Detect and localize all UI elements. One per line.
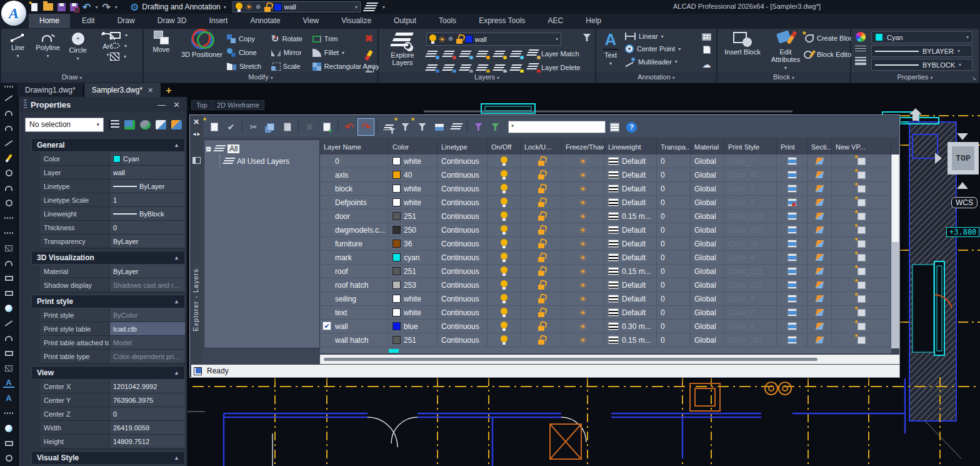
revision-cloud-icon[interactable] — [3, 258, 14, 268]
layer-row-0[interactable]: 0whiteContinuous☀Default0GlobalColor_7 — [320, 154, 891, 168]
layer-newvp-cell[interactable] — [832, 223, 891, 236]
layer-lock-toggle[interactable] — [521, 168, 562, 181]
property-value[interactable]: ByLayer — [110, 235, 185, 248]
layer-onoff-toggle[interactable] — [488, 168, 521, 181]
layer-linetype-cell[interactable]: Continuous — [438, 182, 488, 195]
column-header-new-vp[interactable]: New VP... — [832, 139, 891, 154]
table-vertical-scrollbar[interactable] — [891, 154, 899, 348]
save-as-icon[interactable] — [70, 3, 78, 11]
layer-freeze-toggle[interactable]: ☀ — [562, 333, 604, 347]
explore-layers-button[interactable]: Explore Layers — [382, 31, 423, 66]
layer-transparency-cell[interactable]: 0 — [657, 306, 691, 319]
block-button-insert-block[interactable]: Insert Block — [722, 31, 762, 56]
layer-freeze-toggle[interactable]: ☀ — [562, 278, 604, 291]
block-tool-create-block[interactable]: Create Block — [804, 34, 856, 43]
block-tool-block-editor[interactable]: Block Editor — [804, 50, 856, 59]
panel-draw-label[interactable]: Draw▾ — [1, 73, 142, 83]
layer-printstyle-cell[interactable]: Color_7 — [724, 182, 777, 195]
layer-material-cell[interactable]: Global — [691, 154, 724, 168]
layer-search-input[interactable] — [508, 121, 606, 133]
layer-printstyle-cell[interactable]: Color_36 — [724, 237, 777, 250]
layer-linetype-cell[interactable]: Continuous — [438, 265, 488, 278]
titlebar-layer-sun-icon[interactable]: ☀ — [245, 3, 253, 11]
dialog-pin-icon[interactable]: ◄► — [192, 131, 201, 137]
layer-print-toggle[interactable] — [777, 251, 808, 264]
layer-onoff-toggle[interactable] — [488, 320, 521, 333]
layer-newvp-cell[interactable] — [832, 251, 891, 264]
redo-icon[interactable] — [102, 1, 110, 13]
layer-freeze-toggle[interactable]: ☀ — [562, 292, 604, 305]
property-value[interactable]: 14809.7512 — [110, 435, 185, 448]
layer-newvp-cell[interactable] — [832, 182, 891, 195]
object-lineweight-dropdown[interactable]: BYBLOCK ▾ — [871, 59, 972, 71]
palette-grip[interactable] — [24, 99, 27, 109]
layer-name-cell[interactable]: seiling — [320, 292, 389, 305]
layer-print-toggle[interactable] — [777, 168, 808, 181]
tree-item-all-used-layers[interactable]: All Used Layers — [219, 155, 318, 168]
object-linetype-dropdown[interactable]: BYLAYER ▾ — [871, 45, 972, 57]
layer-printstyle-cell[interactable]: Color_251 — [724, 265, 777, 278]
layer-name-cell[interactable]: furniture — [320, 237, 389, 250]
layer-row-block[interactable]: blockwhiteContinuous☀Default0GlobalColor… — [320, 182, 891, 196]
redo-dropdown-icon[interactable]: ▾ — [115, 4, 118, 10]
collapse-icon[interactable]: ▲ — [174, 255, 179, 261]
settings-icon[interactable] — [607, 119, 622, 135]
layer-color-cell[interactable]: white — [389, 306, 438, 319]
layer-material-cell[interactable]: Global — [691, 292, 724, 305]
chevron-down-icon[interactable]: ▾ — [76, 55, 79, 63]
ribbon-layer-snow-icon[interactable]: ❄ — [448, 35, 454, 43]
apply-filter-icon[interactable] — [488, 119, 503, 135]
update-fields-icon[interactable] — [3, 423, 14, 433]
panel-modify-label[interactable]: Modify▾ — [144, 73, 378, 83]
layer-section-cell[interactable] — [808, 154, 832, 168]
layer-newvp-cell[interactable] — [832, 333, 891, 347]
property-value[interactable]: Model — [110, 336, 185, 349]
layer-lock-toggle[interactable] — [521, 278, 562, 291]
ribbon-tab-aec[interactable]: AEC — [538, 14, 574, 28]
layer-material-cell[interactable]: Global — [691, 182, 724, 195]
sort-icon[interactable] — [109, 120, 119, 129]
tree-expand-icon[interactable]: − — [206, 146, 211, 152]
new-group-filter-icon[interactable]: * — [414, 119, 430, 135]
chevron-down-icon[interactable]: ▾ — [675, 59, 678, 64]
layer-newvp-cell[interactable] — [832, 320, 891, 333]
layer-printstyle-cell[interactable]: Color_251 — [724, 333, 777, 347]
layer-material-cell[interactable]: Global — [691, 278, 724, 291]
layer-newvp-cell[interactable] — [832, 154, 891, 168]
layer-previous-icon[interactable] — [443, 49, 454, 58]
layer-color-cell[interactable]: 251 — [389, 265, 438, 278]
layer-lineweight-cell[interactable]: 0.15 m... — [604, 265, 657, 278]
layer-color-cell[interactable]: 250 — [389, 223, 438, 236]
hatch-icon[interactable] — [3, 243, 14, 253]
layer-section-cell[interactable] — [808, 168, 832, 181]
modify-button-3d-positioner[interactable]: 3D Positioner — [179, 31, 225, 58]
property-value[interactable]: Color-dependent pri... — [110, 350, 185, 363]
property-value[interactable]: lcad.ctb — [110, 322, 185, 335]
layer-transparency-cell[interactable]: 0 — [657, 237, 691, 250]
modify-tool-clone[interactable]: Clone — [227, 46, 261, 59]
layer-section-cell[interactable] — [808, 333, 832, 347]
layer-lineweight-cell[interactable]: Default — [604, 223, 657, 236]
text-underline-icon[interactable]: A — [3, 378, 14, 388]
modify-button-move[interactable]: Move — [147, 31, 176, 53]
layer-lineweight-cell[interactable]: Default — [604, 237, 657, 250]
layer-transparency-cell[interactable]: 0 — [657, 196, 691, 209]
layer-linetype-cell[interactable]: Continuous — [438, 223, 488, 236]
cut-icon[interactable]: ✂ — [246, 119, 261, 135]
layer-linetype-cell[interactable]: Continuous — [438, 210, 488, 223]
layer-row-seiling[interactable]: seilingwhiteContinuous☀Default0GlobalCol… — [320, 292, 891, 306]
layer-lineweight-cell[interactable]: Default — [604, 168, 657, 181]
property-value[interactable]: Cyan — [110, 152, 185, 165]
multiline-icon[interactable] — [3, 138, 14, 148]
section-header-3d-visualization[interactable]: 3D Visualization▲ — [31, 251, 185, 265]
quick-select-icon[interactable] — [124, 120, 135, 129]
text-button[interactable]: A Text ▾ — [600, 31, 621, 68]
draw-button-line[interactable]: Line▾ — [4, 31, 32, 63]
doc-tab-drawing1-dwg[interactable]: Drawing1.dwg* — [18, 83, 83, 97]
column-header-freeze-thaw[interactable]: Freeze/Thaw — [562, 139, 604, 154]
draw-tool-hatch[interactable]: ▾ — [110, 53, 128, 61]
chevron-down-icon[interactable]: ▾ — [661, 34, 664, 39]
layer-onoff-toggle[interactable] — [488, 251, 521, 264]
time-clock-icon[interactable] — [3, 453, 14, 463]
layer-lineweight-cell[interactable]: Default — [604, 306, 657, 319]
